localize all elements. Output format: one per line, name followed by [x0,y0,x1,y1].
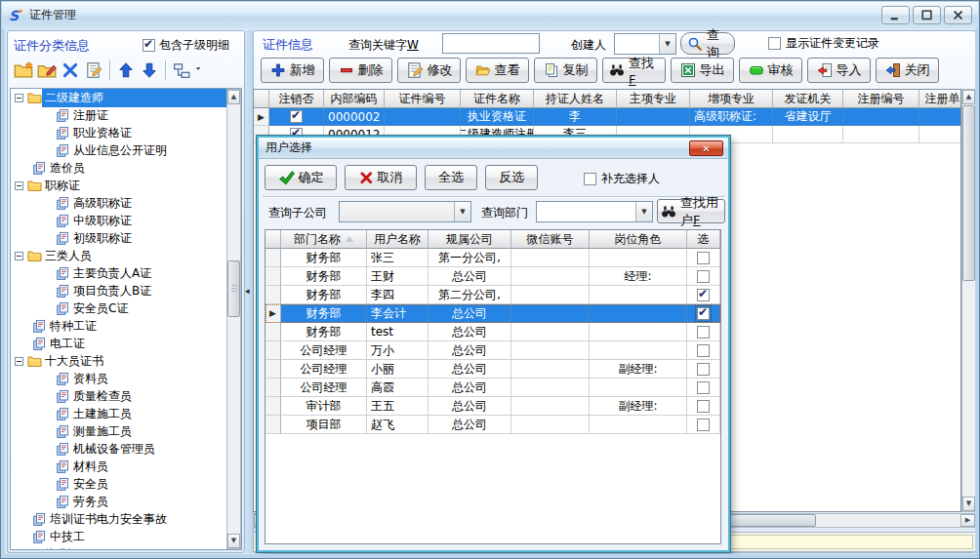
close-button[interactable]: 关闭 [876,58,939,83]
row-select-checkbox[interactable] [697,381,710,394]
row-selector[interactable]: ▶ [265,304,281,323]
table-row[interactable]: 审计部王五总公司副经理: [265,397,720,416]
dialog-close-button[interactable]: ✕ [689,140,723,156]
tree-expand-toggle[interactable] [15,94,23,102]
column-header[interactable]: 微信账号 [511,230,590,249]
tree-expand-toggle[interactable] [15,550,23,551]
delete-button[interactable]: 删除 [329,58,392,83]
row-selector[interactable] [265,397,281,416]
tree-expand-toggle[interactable] [15,357,23,366]
row-select-checkbox[interactable] [697,419,710,431]
chevron-down-icon[interactable]: ▼ [635,202,652,221]
column-header[interactable]: 用户名称 [367,230,429,249]
creator-select[interactable]: ▼ [614,33,676,55]
chevron-down-icon[interactable]: ▼ [454,202,470,221]
row-select-checkbox[interactable] [697,252,710,264]
row-select-checkbox[interactable] [697,400,710,413]
delete-node-button[interactable] [59,59,82,82]
row-selector[interactable] [265,416,281,434]
folder-add-button[interactable] [12,59,35,82]
column-header[interactable]: 注册编号 [843,90,919,108]
column-header[interactable]: 注销否 [269,90,324,108]
scroll-thumb[interactable] [962,105,975,281]
row-select-checkbox[interactable] [697,270,710,283]
table-row[interactable]: 公司经理万小总公司 [265,341,720,360]
column-header[interactable]: 注册单位 [919,90,961,108]
tree-item[interactable]: 安全员C证 [11,299,241,317]
add-button[interactable]: 新增 [261,58,324,83]
row-selector[interactable] [265,267,281,286]
row-selector[interactable] [265,379,281,397]
maximize-button[interactable] [913,6,941,24]
close-button[interactable] [944,6,972,24]
include-children-checkbox[interactable] [143,39,155,52]
tree-item[interactable]: 二级建造师 [11,89,241,106]
tree-scrollbar[interactable]: ▲ ▼ [226,89,241,549]
cancel-button[interactable]: 取消 [345,165,417,190]
column-header[interactable]: 证件编号 [385,90,461,108]
tree-item[interactable]: 中级职称证 [11,212,241,229]
table-row[interactable]: ▶财务部李会计总公司 [265,304,720,323]
dept-select[interactable]: ▼ [536,201,653,222]
supplement-checkbox[interactable] [584,173,596,185]
query-button[interactable]: 查询 [680,32,735,55]
dialog-titlebar[interactable]: 用户选择 [259,138,728,159]
column-header[interactable]: 选 [687,230,720,249]
tree-item[interactable]: 中技工 [11,528,241,545]
tree-item[interactable]: 职业资格证 [11,124,241,141]
row-select-checkbox[interactable] [697,363,710,376]
column-header[interactable]: 主项专业 [617,90,690,108]
audit-button[interactable]: 审核 [739,58,802,83]
scroll-thumb[interactable] [227,260,240,317]
tree-item[interactable]: 执业证 [11,545,241,550]
export-button[interactable]: 导出 [671,58,734,83]
column-header[interactable]: 规属公司 [429,230,511,249]
tree-item[interactable]: 项目负责人B证 [11,282,241,299]
scroll-up-button[interactable]: ▲ [227,90,240,104]
tree-item[interactable]: 造价员 [11,159,241,177]
tree-item[interactable]: 初级职称证 [11,229,241,247]
scroll-right-button[interactable]: ▶ [960,514,975,527]
row-selector[interactable]: ▶ [254,108,269,126]
tree-item[interactable]: 材料员 [11,458,241,475]
column-header[interactable]: 内部编码 [324,90,385,108]
view-button[interactable]: 查看 [466,58,529,83]
table-row[interactable]: 项目部赵飞总公司 [265,416,720,434]
tree-level-button[interactable] [170,59,193,82]
scroll-up-button[interactable]: ▲ [962,90,975,104]
row-select-checkbox[interactable] [697,307,710,320]
folder-edit-button[interactable] [35,59,59,82]
tree-item[interactable]: 特种工证 [11,317,241,335]
row-select-checkbox[interactable] [290,110,303,123]
keyword-input[interactable] [442,33,540,54]
modify-button[interactable]: 修改 [397,58,461,83]
tree-expand-toggle[interactable] [15,181,23,190]
import-button[interactable]: 导入 [807,58,871,83]
window-titlebar[interactable]: S 证件管理 [2,2,978,28]
row-selector[interactable] [265,323,281,341]
table-row[interactable]: ▶0000002执业资格证李高级职称证:省建设厅 [254,108,960,126]
collapse-arrow-icon[interactable]: ◂ [245,286,250,296]
tree-item[interactable]: 土建施工员 [11,405,241,422]
table-row[interactable]: 公司经理小丽总公司副经理: [265,360,720,379]
tree-item[interactable]: 电工证 [11,335,241,352]
column-header[interactable]: 部门名称 [281,230,367,249]
tree-item[interactable]: 资料员 [11,370,241,387]
tree-item[interactable]: 培训证书电力安全事故 [11,510,241,528]
tree-item[interactable]: 劳务员 [11,493,241,510]
minimize-button[interactable] [881,6,910,24]
scroll-down-button[interactable]: ▼ [227,534,240,548]
tree-item[interactable]: 职称证 [11,177,241,194]
row-selector[interactable] [265,286,281,304]
row-select-checkbox[interactable] [697,289,710,301]
column-header[interactable]: 证件名称 [461,90,534,108]
tree-item[interactable]: 质量检查员 [11,387,241,405]
invert-select-button[interactable]: 反选 [485,165,538,190]
scroll-down-button[interactable]: ▼ [962,497,975,511]
tree-item[interactable]: 注册证 [11,106,241,124]
show-changes-checkbox[interactable] [768,37,781,50]
copy-button[interactable]: 复制 [534,58,597,83]
table-row[interactable]: 公司经理高霞总公司 [265,379,720,397]
tree-level-caret-button[interactable] [193,59,207,82]
tree-item[interactable]: 主要负责人A证 [11,264,241,282]
